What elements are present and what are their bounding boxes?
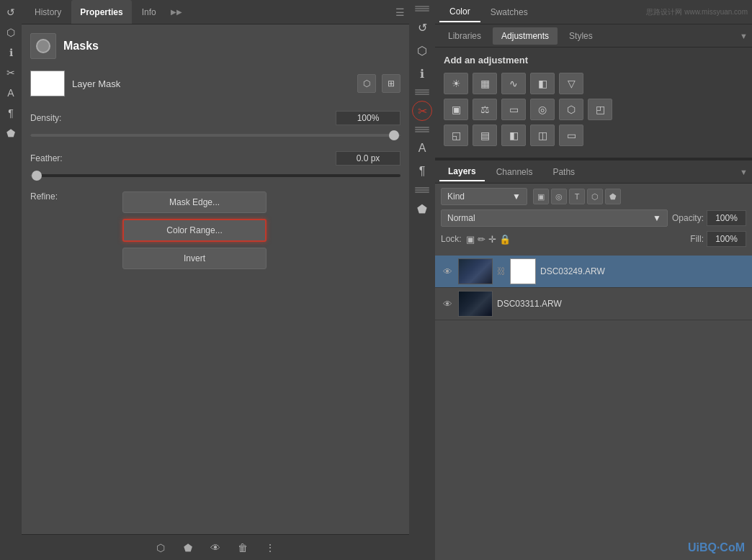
adj-gradient-icon[interactable]: ▽: [559, 73, 583, 94]
tool-icon-7[interactable]: ⬟: [1, 124, 20, 143]
tab-adjustments[interactable]: Adjustments: [493, 27, 558, 45]
color-range-button[interactable]: Color Range...: [122, 219, 267, 242]
feather-label: Feather:: [30, 153, 63, 163]
tab-channels[interactable]: Channels: [488, 163, 542, 181]
grip-line: [415, 131, 429, 132]
visibility-icon[interactable]: 👁: [207, 540, 223, 556]
tool-icon-6[interactable]: ¶: [1, 104, 20, 122]
masks-title: Masks: [63, 40, 99, 53]
layer-mask-thumbnail: [30, 71, 65, 96]
layer-2-name: DSC03311.ARW: [497, 299, 746, 309]
density-slider-track: [30, 134, 400, 137]
delete-icon[interactable]: 🗑: [235, 540, 251, 556]
tool-icon-1[interactable]: ↺: [1, 3, 20, 22]
feather-row: Feather:: [30, 151, 400, 166]
text-icon[interactable]: A: [412, 138, 432, 158]
scissors-icon[interactable]: ✂: [412, 101, 432, 121]
kind-smart-icon[interactable]: ⬟: [605, 189, 621, 204]
tool-icon-4[interactable]: ✂: [1, 63, 20, 82]
tool-icon-2[interactable]: ⬡: [1, 23, 20, 42]
mask-option-btn[interactable]: ⬡: [357, 74, 376, 93]
layer-2-thumbnail: [458, 291, 493, 317]
tab-swatches[interactable]: Swatches: [480, 3, 538, 22]
density-slider-thumb[interactable]: [389, 130, 399, 140]
layers-tabbar: Layers Channels Paths ▼: [435, 161, 752, 184]
adj-gradientmap-icon[interactable]: ◫: [530, 125, 555, 146]
adj-bw-icon[interactable]: ▭: [501, 99, 526, 120]
kind-row: Kind ▼ ▣ ◎ T ⬡ ⬟: [441, 188, 746, 205]
fill-icon[interactable]: ⬟: [180, 540, 196, 556]
layer-1-chain-icon: ⛓: [497, 266, 506, 276]
adj-hsl-icon[interactable]: ▣: [444, 99, 468, 120]
lock-position-icon[interactable]: ✏: [478, 234, 485, 245]
grip-line: [415, 127, 429, 128]
adj-lookup-icon[interactable]: ◰: [588, 99, 612, 120]
mask-link-btn[interactable]: ⊞: [382, 74, 400, 93]
tab-color[interactable]: Color: [439, 2, 480, 22]
kind-pixel-icon[interactable]: ▣: [533, 189, 549, 204]
lock-all-icon[interactable]: 🔒: [499, 234, 511, 245]
grip-line: [415, 8, 429, 9]
feather-value[interactable]: [336, 151, 400, 166]
kind-select[interactable]: Kind ▼: [441, 188, 527, 205]
layer-item-2[interactable]: 👁 DSC03311.ARW: [435, 288, 752, 320]
density-value[interactable]: [336, 111, 400, 125]
adj-brightness-icon[interactable]: ☀: [444, 73, 468, 94]
tab-styles[interactable]: Styles: [560, 27, 601, 45]
tab-paths[interactable]: Paths: [544, 163, 583, 181]
tab-properties[interactable]: Properties: [71, 0, 131, 24]
grip-1: [415, 6, 429, 12]
layer-mask-label: Layer Mask: [72, 78, 350, 89]
kind-adjust-icon[interactable]: ◎: [551, 189, 567, 204]
tab-expand-icon[interactable]: ▶▶: [171, 8, 182, 16]
tab-history[interactable]: History: [26, 0, 70, 24]
adj-mixer-icon[interactable]: ⬡: [559, 99, 583, 120]
fill-input[interactable]: [707, 231, 746, 247]
paragraph-icon[interactable]: ¶: [412, 161, 432, 181]
blend-mode-select[interactable]: Normal ▼: [441, 209, 668, 227]
layer-2-visibility-icon[interactable]: 👁: [441, 297, 454, 310]
tab-layers[interactable]: Layers: [439, 163, 485, 181]
feather-control: Feather:: [30, 151, 400, 181]
density-label: Density:: [30, 113, 61, 123]
adj-posterize-icon[interactable]: ▤: [473, 125, 497, 146]
adj-levels-icon[interactable]: ▦: [473, 73, 497, 94]
adj-invert-icon[interactable]: ◱: [444, 125, 468, 146]
mask-edge-button[interactable]: Mask Edge...: [122, 191, 267, 213]
adj-curves-icon[interactable]: ∿: [501, 73, 526, 94]
layers-tab-arrow[interactable]: ▼: [740, 168, 748, 176]
tab-info[interactable]: Info: [133, 0, 165, 24]
shape-icon[interactable]: ⬟: [412, 199, 432, 219]
kind-text-icon[interactable]: T: [569, 189, 585, 204]
feather-slider-thumb[interactable]: [32, 171, 42, 181]
density-slider[interactable]: [30, 130, 400, 141]
layer-mask-actions: ⬡ ⊞: [357, 74, 400, 93]
layer-1-mask-thumbnail: [510, 258, 536, 284]
layer-1-visibility-icon[interactable]: 👁: [441, 265, 454, 278]
tab-menu-icon[interactable]: ☰: [395, 6, 405, 18]
adj-exposure-icon[interactable]: ◧: [530, 73, 555, 94]
adj-balance-icon[interactable]: ⚖: [473, 99, 497, 120]
more-options-icon[interactable]: ⋮: [262, 540, 278, 556]
tab-libraries[interactable]: Libraries: [439, 27, 490, 45]
grip-line: [415, 129, 429, 130]
feather-slider[interactable]: [30, 170, 400, 181]
adj-vibrance-icon[interactable]: ▭: [559, 125, 583, 146]
info-center-icon[interactable]: ℹ: [412, 63, 432, 83]
select-circle-icon[interactable]: ⬡: [153, 540, 169, 556]
lock-pixels-icon[interactable]: ▣: [466, 234, 475, 245]
adj-tab-arrow[interactable]: ▼: [740, 32, 748, 40]
tool-icon-5[interactable]: A: [1, 83, 20, 102]
rotate-icon[interactable]: ↺: [412, 17, 432, 37]
grip-4: [415, 187, 429, 193]
lock-move-icon[interactable]: ✛: [488, 234, 496, 245]
grip-2: [415, 89, 429, 95]
layer-item-1[interactable]: 👁 ⛓ DSC03249.ARW: [435, 256, 752, 288]
adj-phfilter-icon[interactable]: ◎: [530, 99, 555, 120]
invert-button[interactable]: Invert: [122, 248, 267, 269]
cube-icon[interactable]: ⬡: [412, 40, 432, 60]
tool-icon-3[interactable]: ℹ: [1, 43, 20, 62]
opacity-input[interactable]: [707, 210, 746, 226]
kind-shape-icon[interactable]: ⬡: [587, 189, 603, 204]
adj-threshold-icon[interactable]: ◧: [501, 125, 526, 146]
